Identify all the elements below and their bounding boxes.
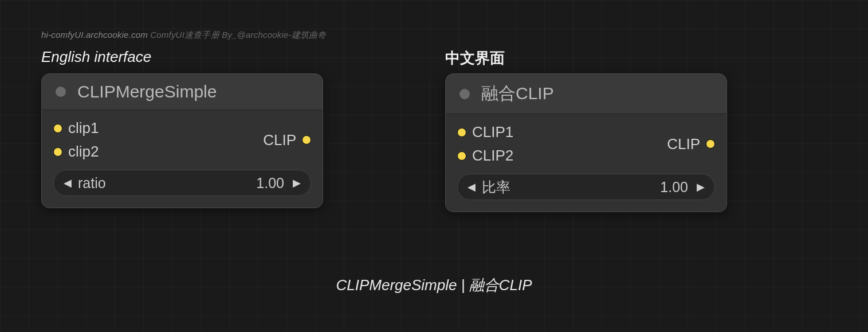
socket-icon[interactable] [53,124,62,133]
watermark-text: ComfyUI速查手册 By_@archcookie-建筑曲奇 [150,30,326,40]
input-label: clip1 [68,119,99,137]
node-collapse-dot-icon[interactable] [459,89,470,99]
input-label: CLIP1 [472,123,513,141]
widget-ratio[interactable]: ◀ 比率 1.00 ▶ [457,174,715,200]
node-clipmergesimple-en[interactable]: CLIPMergeSimple clip1 clip2 CLIP [41,73,323,208]
input-label: clip2 [68,143,99,161]
arrow-right-icon[interactable]: ▶ [695,181,706,193]
input-slot-clip2[interactable]: CLIP2 [457,147,513,165]
arrow-left-icon[interactable]: ◀ [62,177,73,189]
input-label: CLIP2 [472,147,513,165]
figure-caption: CLIPMergeSimple | 融合CLIP [0,275,868,295]
output-label: CLIP [667,135,700,153]
input-slot-clip1[interactable]: CLIP1 [457,123,513,141]
widget-value[interactable]: 1.00 [256,175,284,192]
input-slot-clip2[interactable]: clip2 [53,143,99,161]
socket-icon[interactable] [457,128,466,137]
node-body: clip1 clip2 CLIP ◀ ratio 1.00 ▶ [42,110,323,208]
widget-label: ratio [78,175,106,192]
section-label-english: English interface [41,48,151,66]
socket-icon[interactable] [302,135,311,144]
node-header[interactable]: 融合CLIP [446,74,726,114]
node-header[interactable]: CLIPMergeSimple [42,74,323,110]
node-title: CLIPMergeSimple [77,82,217,101]
output-label: CLIP [263,131,296,149]
socket-icon[interactable] [457,151,466,161]
arrow-left-icon[interactable]: ◀ [466,181,477,193]
output-slot-clip[interactable]: CLIP [263,131,311,149]
widget-ratio[interactable]: ◀ ratio 1.00 ▶ [53,170,311,196]
watermark-site: hi-comfyUI.archcookie.com [41,30,148,40]
node-collapse-dot-icon[interactable] [56,87,66,97]
watermark: hi-comfyUI.archcookie.com ComfyUI速查手册 By… [41,30,327,41]
widget-value[interactable]: 1.00 [660,179,688,196]
arrow-right-icon[interactable]: ▶ [291,177,303,189]
widget-label: 比率 [482,178,510,197]
output-slot-clip[interactable]: CLIP [667,135,715,153]
section-label-chinese: 中文界面 [445,48,505,68]
socket-icon[interactable] [706,139,715,149]
socket-icon[interactable] [53,147,62,157]
node-title: 融合CLIP [481,82,554,106]
node-body: CLIP1 CLIP2 CLIP ◀ 比率 1.00 ▶ [446,114,726,212]
input-slot-clip1[interactable]: clip1 [53,119,99,137]
node-clipmergesimple-zh[interactable]: 融合CLIP CLIP1 CLIP2 CLIP ◀ [445,73,727,212]
